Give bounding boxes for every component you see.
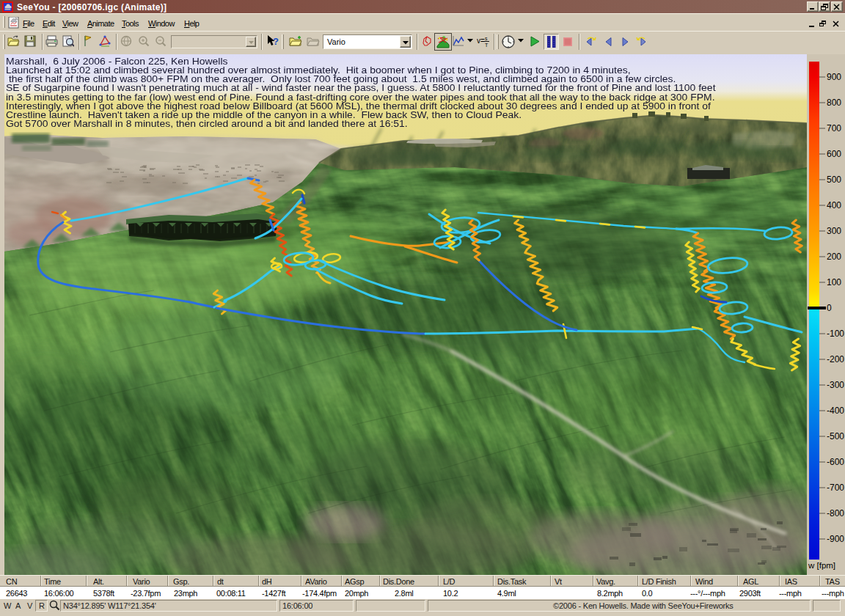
svg-text:900: 900 (827, 72, 841, 82)
svg-text:T: T (485, 43, 489, 48)
svg-text:s: s (485, 36, 488, 41)
svg-text:100: 100 (827, 277, 841, 287)
svg-text:300: 300 (827, 226, 841, 236)
svg-text:-100: -100 (827, 329, 844, 339)
svg-text:400: 400 (827, 200, 841, 210)
svg-text:-500: -500 (827, 431, 844, 441)
svg-text:200: 200 (827, 252, 841, 262)
svg-text:-800: -800 (827, 508, 844, 518)
svg-text:700: 700 (827, 123, 841, 133)
svg-text:-400: -400 (827, 406, 844, 416)
svg-text:v=: v= (477, 37, 485, 45)
svg-text:600: 600 (827, 149, 841, 159)
svg-text:500: 500 (827, 175, 841, 185)
svg-text:-600: -600 (827, 457, 844, 467)
svg-text:800: 800 (827, 98, 841, 108)
svg-text:?: ? (273, 36, 279, 47)
svg-text:-700: -700 (827, 483, 844, 493)
svg-text:w [fpm]: w [fpm] (808, 561, 835, 570)
svg-text:-900: -900 (827, 534, 844, 544)
svg-text:-300: -300 (827, 380, 844, 390)
svg-text:-200: -200 (827, 354, 844, 364)
svg-text:0: 0 (827, 303, 832, 313)
